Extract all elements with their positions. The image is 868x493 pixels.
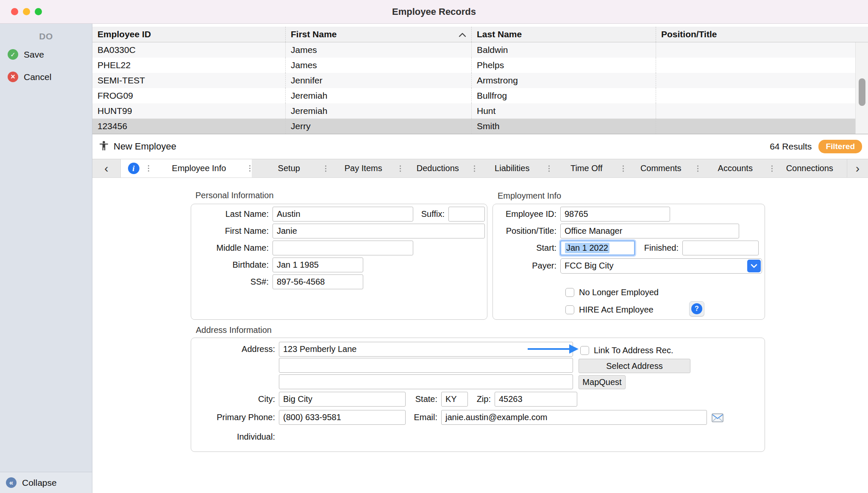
primary-phone-field[interactable]: (800) 633-9581 bbox=[279, 410, 406, 425]
email-app-icon[interactable] bbox=[711, 411, 724, 424]
results-count: 64 Results bbox=[770, 141, 812, 152]
table-scrollbar[interactable] bbox=[855, 42, 868, 134]
window-title: Employee Records bbox=[392, 6, 476, 17]
table-row[interactable]: HUNT99 Jeremiah Hunt bbox=[92, 103, 868, 119]
suffix-label: Suffix: bbox=[413, 209, 448, 219]
close-window-button[interactable] bbox=[11, 8, 18, 15]
tab-liabilities[interactable]: Liabilities bbox=[475, 159, 550, 177]
zip-field[interactable]: 45263 bbox=[495, 392, 577, 407]
no-longer-employed-checkbox[interactable] bbox=[565, 288, 574, 297]
help-icon: ? bbox=[691, 303, 702, 314]
selected-text: Jan 1 2022 bbox=[565, 243, 609, 253]
birthdate-field[interactable]: Jan 1 1985 bbox=[273, 258, 363, 272]
person-icon bbox=[98, 140, 109, 153]
address-line2-field[interactable] bbox=[279, 358, 573, 373]
collapse-label: Collapse bbox=[22, 478, 57, 488]
employee-table: Employee ID First Name Last Name Positio… bbox=[92, 27, 868, 134]
cancel-button[interactable]: × Cancel bbox=[0, 67, 92, 86]
tabs-scroll-left-button[interactable]: ‹ bbox=[92, 159, 121, 177]
table-row-selected[interactable]: 123456 Jerry Smith bbox=[92, 119, 868, 134]
birthdate-label: Birthdate: bbox=[194, 260, 273, 270]
record-title: New Employee bbox=[114, 141, 176, 152]
column-header-position[interactable]: Position/Title bbox=[656, 27, 868, 42]
start-date-field[interactable]: Jan 1 2022 bbox=[560, 241, 635, 255]
hire-act-help-button[interactable]: ? bbox=[689, 301, 704, 316]
position-title-label: Position/Title: bbox=[495, 226, 560, 236]
main-area: Employee ID First Name Last Name Positio… bbox=[92, 24, 868, 493]
zoom-window-button[interactable] bbox=[35, 8, 42, 15]
address-info-title: Address Information bbox=[196, 325, 272, 335]
last-name-field[interactable]: Austin bbox=[273, 207, 413, 222]
primary-phone-label: Primary Phone: bbox=[194, 413, 279, 422]
email-label: Email: bbox=[406, 413, 441, 422]
traffic-lights bbox=[11, 0, 42, 23]
tab-accounts[interactable]: Accounts bbox=[698, 159, 773, 177]
column-header-last-name[interactable]: Last Name bbox=[472, 27, 656, 42]
save-button[interactable]: ✓ Save bbox=[0, 45, 92, 64]
do-sidebar: DO ✓ Save × Cancel « Collapse bbox=[0, 24, 92, 493]
city-field[interactable]: Big City bbox=[279, 392, 406, 407]
address-label: Address: bbox=[194, 344, 279, 354]
payer-select[interactable]: FCC Big City bbox=[560, 258, 762, 274]
tabs-scroll-right-button[interactable]: › bbox=[847, 159, 868, 177]
suffix-field[interactable] bbox=[448, 207, 485, 222]
tab-pay-items[interactable]: Pay Items bbox=[326, 159, 401, 177]
individual-label: Individual: bbox=[194, 432, 279, 442]
column-header-first-name[interactable]: First Name bbox=[286, 27, 472, 42]
tab-comments[interactable]: Comments bbox=[624, 159, 698, 177]
employee-id-label: Employee ID: bbox=[495, 209, 560, 219]
state-label: State: bbox=[406, 394, 441, 404]
address-line3-field[interactable] bbox=[279, 374, 573, 389]
close-icon: × bbox=[8, 72, 18, 82]
zip-label: Zip: bbox=[468, 394, 495, 404]
tab-drag-handle-icon bbox=[146, 165, 150, 172]
tab-bar: ‹ i Employee Info Setup Pay Items Deduct… bbox=[92, 159, 868, 178]
employee-id-field[interactable]: 98765 bbox=[560, 207, 670, 222]
column-header-employee-id[interactable]: Employee ID bbox=[92, 27, 286, 42]
email-field[interactable]: janie.austin@example.com bbox=[441, 410, 707, 425]
last-name-label: Last Name: bbox=[194, 209, 273, 219]
collapse-button[interactable]: « Collapse bbox=[0, 472, 92, 493]
table-row[interactable]: PHEL22 James Phelps bbox=[92, 58, 868, 73]
collapse-chevrons-icon: « bbox=[6, 477, 17, 488]
chevron-left-icon: ‹ bbox=[104, 162, 108, 175]
middle-name-field[interactable] bbox=[273, 241, 413, 255]
finished-date-field[interactable] bbox=[682, 241, 759, 255]
first-name-label: First Name: bbox=[194, 226, 273, 236]
link-to-address-label: Link To Address Rec. bbox=[594, 346, 673, 355]
tab-employee-info[interactable]: Employee Info bbox=[150, 163, 248, 173]
minimize-window-button[interactable] bbox=[23, 8, 30, 15]
hire-act-checkbox[interactable] bbox=[565, 305, 574, 314]
middle-name-label: Middle Name: bbox=[194, 243, 273, 253]
employee-form: Personal Information Last Name: Austin S… bbox=[92, 178, 868, 493]
pointer-arrow-annotation bbox=[528, 344, 579, 354]
tab-time-off[interactable]: Time Off bbox=[549, 159, 624, 177]
link-to-address-checkbox[interactable] bbox=[580, 346, 589, 355]
table-row[interactable]: BA0330C James Baldwin bbox=[92, 42, 868, 58]
employee-records-window: Employee Records DO ✓ Save × Cancel « Co… bbox=[0, 0, 868, 493]
mapquest-button[interactable]: MapQuest bbox=[579, 375, 626, 389]
tab-setup[interactable]: Setup bbox=[252, 159, 326, 177]
table-row[interactable]: FROG09 Jeremiah Bullfrog bbox=[92, 88, 868, 103]
first-name-field[interactable]: Janie bbox=[273, 224, 485, 238]
info-icon: i bbox=[128, 163, 139, 174]
sort-ascending-icon bbox=[459, 29, 466, 39]
ssn-label: SS#: bbox=[194, 277, 273, 287]
table-header-row: Employee ID First Name Last Name Positio… bbox=[92, 27, 868, 42]
select-address-button[interactable]: Select Address bbox=[579, 359, 690, 373]
payer-label: Payer: bbox=[495, 261, 560, 271]
filtered-badge[interactable]: Filtered bbox=[818, 140, 862, 153]
tab-connections[interactable]: Connections bbox=[773, 159, 847, 177]
state-field[interactable]: KY bbox=[441, 392, 468, 407]
table-scrollbar-thumb[interactable] bbox=[859, 78, 865, 106]
tab-deductions[interactable]: Deductions bbox=[401, 159, 475, 177]
ssn-field[interactable]: 897-56-4568 bbox=[273, 274, 363, 289]
record-info-button[interactable]: i bbox=[121, 163, 146, 174]
finished-date-label: Finished: bbox=[635, 243, 682, 253]
sidebar-header: DO bbox=[0, 31, 92, 42]
chevron-down-icon bbox=[747, 260, 761, 272]
employment-info-title: Employment Info bbox=[498, 191, 561, 201]
chevron-right-icon: › bbox=[856, 162, 860, 175]
table-row[interactable]: SEMI-TEST Jennifer Armstrong bbox=[92, 73, 868, 88]
position-title-field[interactable]: Office Manager bbox=[560, 224, 739, 238]
